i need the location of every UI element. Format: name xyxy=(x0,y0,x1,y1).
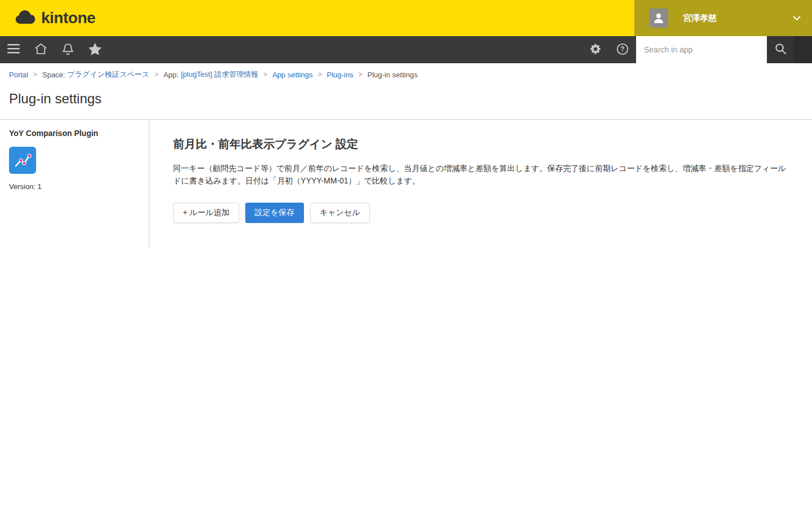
search-icon xyxy=(774,42,787,57)
breadcrumb-separator: > xyxy=(33,71,37,78)
navbar-right: ? xyxy=(582,36,812,63)
navbar-right-strip xyxy=(794,36,812,63)
plugin-info-panel: YoY Comparison Plugin Version: 1 xyxy=(0,120,149,248)
settings-description: 同一キー（顧問先コード等）で前月／前年のレコードを検索し、当月値との増減率と差額… xyxy=(173,163,787,187)
search-input[interactable] xyxy=(636,36,767,63)
settings-heading: 前月比・前年比表示プラグイン 設定 xyxy=(173,137,787,152)
help-icon: ? xyxy=(616,43,629,57)
page-title: Plug-in settings xyxy=(9,91,803,107)
breadcrumb-separator: > xyxy=(155,71,158,78)
favorites-star-icon xyxy=(89,43,102,57)
user-avatar-icon xyxy=(649,8,668,28)
breadcrumb-link-app[interactable]: [plugTest] 請求管理情報 xyxy=(181,69,258,80)
gear-icon xyxy=(589,43,602,57)
settings-button-row: + ルール追加 設定を保存 キャンセル xyxy=(173,203,787,223)
hamburger-menu-button[interactable] xyxy=(0,36,27,63)
help-button[interactable]: ? xyxy=(609,36,636,63)
breadcrumb-app-prefix: App: xyxy=(164,71,179,79)
home-button[interactable] xyxy=(27,36,54,63)
breadcrumb-separator: > xyxy=(318,71,322,78)
favorites-button[interactable] xyxy=(81,36,108,63)
plugin-name: YoY Comparison Plugin xyxy=(9,129,140,138)
plugin-version: Version: 1 xyxy=(9,182,140,191)
breadcrumb-link-portal[interactable]: Portal xyxy=(9,71,28,79)
user-name: 宮澤孝慈 xyxy=(683,13,793,24)
hamburger-menu-icon xyxy=(7,44,20,55)
app-header: kintone 宮澤孝慈 xyxy=(0,0,812,36)
home-icon xyxy=(34,43,47,56)
breadcrumb-space-prefix: Space: xyxy=(42,71,65,79)
notifications-bell-icon xyxy=(62,43,74,57)
save-settings-button[interactable]: 設定を保存 xyxy=(245,203,304,223)
notifications-button[interactable] xyxy=(54,36,81,63)
breadcrumb-separator: > xyxy=(263,71,267,78)
content-area: YoY Comparison Plugin Version: 1 前月比・前年比… xyxy=(0,120,812,248)
kintone-cloud-icon xyxy=(15,10,36,27)
user-menu[interactable]: 宮澤孝慈 xyxy=(634,0,812,36)
plugin-chart-icon xyxy=(9,147,36,174)
breadcrumb-current: Plug-in settings xyxy=(368,71,418,79)
breadcrumb-separator: > xyxy=(358,71,362,78)
navbar-left xyxy=(0,36,108,63)
settings-button[interactable] xyxy=(582,36,609,63)
breadcrumb-link-space[interactable]: プラグイン検証スペース xyxy=(67,69,149,80)
breadcrumb-link-plugins[interactable]: Plug-ins xyxy=(327,71,354,79)
plugin-settings-form: 前月比・前年比表示プラグイン 設定 同一キー（顧問先コード等）で前月／前年のレコ… xyxy=(149,120,812,248)
kintone-logo[interactable]: kintone xyxy=(15,9,95,27)
kintone-logo-text: kintone xyxy=(41,9,95,27)
breadcrumb: Portal > Space: プラグイン検証スペース > App: [plug… xyxy=(0,63,812,84)
chevron-down-icon xyxy=(793,13,801,23)
breadcrumb-link-app-settings[interactable]: App settings xyxy=(272,71,313,79)
search-button[interactable] xyxy=(767,36,794,63)
cancel-button[interactable]: キャンセル xyxy=(310,203,370,223)
global-navbar: ? xyxy=(0,36,812,63)
svg-text:?: ? xyxy=(620,45,624,53)
add-rule-button[interactable]: + ルール追加 xyxy=(173,203,239,223)
